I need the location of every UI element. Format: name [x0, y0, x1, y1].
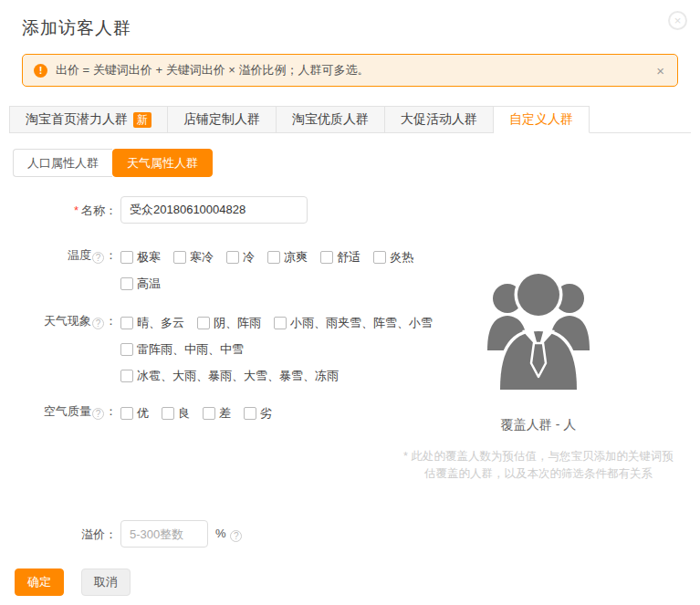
- checkbox[interactable]: [120, 370, 133, 382]
- tab-custom-audience[interactable]: 自定义人群: [494, 106, 590, 133]
- dialog-footer: 确定 取消: [15, 568, 131, 596]
- coverage-note: * 此处的覆盖人数为预估值，与您宝贝添加的关键词预估覆盖的人群，以及本次的筛选条…: [403, 448, 674, 483]
- checkbox[interactable]: [162, 407, 174, 420]
- custom-audience-subtabs: 人口属性人群 天气属性人群: [13, 149, 213, 177]
- alert-exclamation-icon: !: [34, 64, 47, 78]
- audience-name-input[interactable]: [120, 196, 308, 224]
- tab-label: 大促活动人群: [401, 111, 477, 128]
- checkbox[interactable]: [373, 251, 386, 264]
- tab-label: 淘宝优质人群: [292, 111, 369, 128]
- checkbox[interactable]: [203, 407, 215, 420]
- checkbox-option-air-excellent[interactable]: 优: [120, 405, 149, 422]
- premium-unit: % ?: [215, 520, 243, 542]
- checkbox-option-air-good[interactable]: 良: [162, 405, 190, 422]
- subtab-weather[interactable]: 天气属性人群: [112, 149, 213, 177]
- checkbox-option-extreme-cold[interactable]: 极寒: [120, 249, 161, 266]
- help-icon[interactable]: ?: [230, 530, 242, 542]
- tab-taobao-homepage-potential[interactable]: 淘宝首页潜力人群 新: [9, 106, 168, 133]
- checkbox-option-cold[interactable]: 寒冷: [173, 249, 214, 266]
- bid-formula-alert: ! 出价 = 关键词出价 + 关键词出价 × 溢价比例；人群可多选。 ×: [22, 54, 678, 87]
- tab-shop-customized[interactable]: 店铺定制人群: [168, 106, 277, 133]
- premium-row: 溢价： % ?: [22, 520, 678, 548]
- checkbox[interactable]: [120, 277, 133, 290]
- checkbox[interactable]: [226, 251, 239, 264]
- checkbox-option-comfortable[interactable]: 舒适: [320, 249, 360, 266]
- tab-label: 淘宝首页潜力人群: [26, 111, 128, 128]
- confirm-button[interactable]: 确定: [15, 568, 64, 596]
- tab-promotion-event[interactable]: 大促活动人群: [385, 106, 494, 133]
- checkbox-option-air-poor[interactable]: 差: [203, 405, 231, 422]
- audience-people-icon: [470, 265, 607, 390]
- checkbox-option-chilly[interactable]: 冷: [226, 249, 255, 266]
- tab-taobao-premium[interactable]: 淘宝优质人群: [277, 106, 385, 133]
- required-asterisk: *: [74, 203, 78, 217]
- new-badge: 新: [133, 112, 151, 128]
- dialog-close-icon[interactable]: ×: [668, 11, 687, 30]
- checkbox[interactable]: [244, 407, 256, 420]
- checkbox-option-thunder-moderate[interactable]: 雷阵雨、中雨、中雪: [120, 341, 244, 358]
- premium-label: 溢价：: [22, 520, 117, 543]
- checkbox[interactable]: [197, 317, 210, 329]
- checkbox[interactable]: [320, 251, 333, 264]
- checkbox-option-severe-weather[interactable]: 冰雹、大雨、暴雨、大雪、暴雪、冻雨: [120, 368, 339, 384]
- alert-text: 出价 = 关键词出价 + 关键词出价 × 溢价比例；人群可多选。: [56, 62, 369, 78]
- audience-tabs: 淘宝首页潜力人群 新 店铺定制人群 淘宝优质人群 大促活动人群 自定义人群: [9, 106, 691, 133]
- air-quality-label: 空气质量?：: [22, 402, 117, 420]
- tab-label: 自定义人群: [509, 111, 573, 128]
- checkbox[interactable]: [173, 251, 186, 264]
- tab-label: 店铺定制人群: [183, 111, 260, 128]
- alert-close-icon[interactable]: ×: [654, 63, 666, 78]
- name-label: *名称：: [22, 196, 117, 219]
- help-icon[interactable]: ?: [92, 408, 104, 420]
- temperature-label: 温度?：: [22, 246, 117, 264]
- premium-input[interactable]: [120, 520, 208, 548]
- help-icon[interactable]: ?: [92, 252, 104, 264]
- checkbox-option-high-temp[interactable]: 高温: [120, 276, 161, 292]
- checkbox[interactable]: [120, 343, 133, 356]
- checkbox[interactable]: [120, 407, 133, 420]
- page-title: 添加访客人群: [22, 16, 678, 40]
- help-icon[interactable]: ?: [92, 318, 104, 329]
- checkbox-option-sunny-cloudy[interactable]: 晴、多云: [120, 315, 184, 331]
- checkbox[interactable]: [120, 251, 133, 264]
- subtab-demographic[interactable]: 人口属性人群: [13, 149, 112, 177]
- checkbox-option-air-bad[interactable]: 劣: [244, 405, 272, 422]
- coverage-caption: 覆盖人群 - 人: [402, 417, 675, 433]
- name-row: *名称：: [22, 196, 678, 224]
- checkbox[interactable]: [267, 251, 280, 264]
- weather-label: 天气现象?：: [22, 312, 117, 329]
- coverage-panel: 覆盖人群 - 人 * 此处的覆盖人数为预估值，与您宝贝添加的关键词预估覆盖的人群…: [402, 265, 675, 483]
- cancel-button[interactable]: 取消: [81, 568, 131, 596]
- checkbox-option-cool[interactable]: 凉爽: [267, 249, 308, 266]
- add-visitor-audience-dialog: 添加访客人群 × ! 出价 = 关键词出价 + 关键词出价 × 溢价比例；人群可…: [0, 0, 700, 605]
- checkbox-option-hot[interactable]: 炎热: [373, 249, 413, 266]
- checkbox[interactable]: [120, 317, 133, 329]
- checkbox-option-overcast-showers[interactable]: 阴、阵雨: [197, 315, 261, 331]
- checkbox[interactable]: [274, 317, 287, 329]
